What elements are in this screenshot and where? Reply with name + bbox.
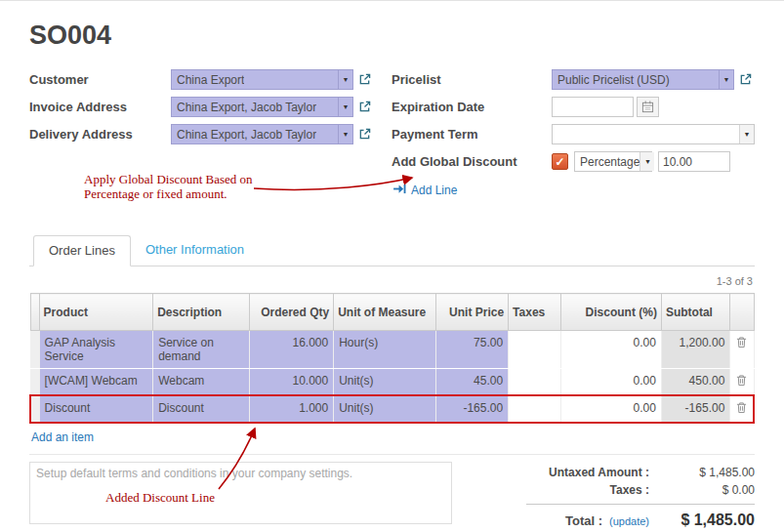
annotation-global-discount: Apply Global Discount Based on Percentag… [84, 172, 253, 202]
cell-ordered-qty[interactable]: 1.000 [249, 395, 333, 423]
cell-unit-price[interactable]: 75.00 [435, 331, 508, 369]
customer-field-row: Customer China Export ▼ [29, 68, 392, 91]
expiration-date-label: Expiration Date [392, 100, 552, 114]
delete-line-button[interactable] [730, 369, 754, 396]
trash-icon [736, 376, 747, 389]
cell-product[interactable]: Discount [39, 395, 153, 423]
chevron-down-icon: ▼ [338, 125, 352, 143]
header-product[interactable]: Product [39, 294, 153, 331]
order-line-row[interactable]: [WCAM] Webcam Webcam 10.000 Unit(s) 45.0… [30, 369, 754, 396]
header-subtotal[interactable]: Subtotal [661, 294, 729, 331]
pager-range: 1-3 of 3 [29, 275, 753, 287]
header-taxes[interactable]: Taxes [509, 294, 561, 331]
cell-subtotal: 1,200.00 [661, 331, 729, 369]
global-discount-field-row: Add Global Discount ✓ Percentage ▼ [392, 150, 755, 173]
cell-discount[interactable]: 0.00 [561, 395, 662, 423]
taxes-value: $ 0.00 [649, 483, 755, 497]
cell-taxes[interactable] [509, 331, 561, 369]
expiration-date-field-row: Expiration Date [392, 96, 755, 118]
untaxed-amount-row: Untaxed Amount : $ 1,485.00 [452, 466, 755, 479]
chevron-down-icon: ▼ [719, 70, 733, 89]
form-right-column: Pricelist Public Pricelist (USD) ▼ Expir… [392, 68, 755, 198]
cell-unit-of-measure[interactable]: Unit(s) [334, 369, 436, 396]
discount-type-select[interactable]: Percentage ▼ [574, 151, 652, 172]
invoice-address-field-row: Invoice Address China Export, Jacob Tayl… [29, 96, 392, 118]
cell-description[interactable]: Discount [153, 395, 250, 423]
list-footer: Add an item [29, 424, 755, 455]
trash-icon [736, 338, 747, 351]
total-label: Total : [565, 513, 602, 528]
cell-taxes[interactable] [509, 395, 561, 423]
cell-ordered-qty[interactable]: 10.000 [249, 369, 333, 396]
external-link-icon[interactable] [358, 128, 371, 141]
pricelist-field-row: Pricelist Public Pricelist (USD) ▼ [392, 68, 755, 91]
cell-subtotal: -165.00 [661, 395, 729, 423]
add-line-link[interactable]: Add Line [393, 184, 457, 197]
cell-description[interactable]: Webcam [153, 369, 250, 396]
table-header-row: Product Description Ordered Qty Unit of … [30, 294, 754, 331]
calendar-icon[interactable] [637, 97, 659, 117]
page-title: SO004 [29, 20, 755, 51]
order-lines-table: Product Description Ordered Qty Unit of … [29, 293, 755, 424]
cell-taxes[interactable] [509, 369, 561, 396]
delivery-address-label: Delivery Address [29, 127, 171, 142]
cell-unit-price[interactable]: -165.00 [435, 395, 508, 423]
untaxed-amount-value: $ 1,485.00 [649, 466, 755, 479]
cell-discount[interactable]: 0.00 [561, 369, 662, 396]
cell-product[interactable]: GAP Analysis Service [39, 331, 153, 369]
header-ordered-qty[interactable]: Ordered Qty [249, 294, 333, 331]
delivery-address-select[interactable]: China Export, Jacob Taylor ▼ [171, 124, 353, 144]
row-handle[interactable] [30, 331, 39, 369]
invoice-address-select[interactable]: China Export, Jacob Taylor ▼ [171, 97, 353, 117]
expiration-date-input[interactable] [552, 97, 634, 117]
tab-order-lines[interactable]: Order Lines [33, 235, 131, 266]
external-link-icon[interactable] [358, 101, 371, 113]
cell-unit-price[interactable]: 45.00 [435, 369, 508, 396]
terms-and-conditions-textarea[interactable] [29, 462, 452, 524]
header-actions [730, 294, 754, 331]
discount-amount-input[interactable] [658, 151, 730, 172]
header-gutter [30, 294, 39, 331]
untaxed-amount-label: Untaxed Amount : [549, 466, 649, 479]
cell-ordered-qty[interactable]: 16.000 [249, 331, 333, 369]
header-unit-of-measure[interactable]: Unit of Measure [334, 294, 436, 331]
external-link-icon[interactable] [739, 73, 752, 86]
pricelist-label: Pricelist [392, 72, 552, 87]
arrow-right-icon [393, 184, 406, 197]
chevron-down-icon: ▼ [338, 70, 352, 89]
add-an-item-link[interactable]: Add an item [31, 430, 94, 444]
update-total-link[interactable]: (update) [609, 515, 649, 527]
tab-other-information[interactable]: Other Information [131, 235, 259, 266]
cell-discount[interactable]: 0.00 [561, 331, 662, 369]
taxes-label: Taxes : [610, 483, 649, 497]
delete-line-button[interactable] [730, 395, 754, 423]
row-handle[interactable] [30, 395, 39, 423]
external-link-icon[interactable] [358, 73, 371, 86]
header-unit-price[interactable]: Unit Price [435, 294, 508, 331]
notebook-tabs: Order Lines Other Information [29, 235, 755, 266]
chevron-down-icon: ▼ [640, 152, 654, 171]
cell-description[interactable]: Service on demand [153, 331, 250, 369]
header-discount[interactable]: Discount (%) [561, 294, 662, 331]
delivery-address-field-row: Delivery Address China Export, Jacob Tay… [29, 123, 392, 145]
delete-line-button[interactable] [730, 331, 754, 369]
totals-divider [526, 504, 755, 505]
chevron-down-icon: ▼ [739, 125, 754, 143]
global-discount-checkbox[interactable]: ✓ [552, 153, 568, 170]
pricelist-select[interactable]: Public Pricelist (USD) ▼ [552, 69, 734, 90]
annotation-discount-line: Added Discount Line [105, 490, 215, 505]
cell-unit-of-measure[interactable]: Unit(s) [334, 395, 436, 423]
customer-select[interactable]: China Export ▼ [171, 69, 353, 90]
order-line-row-discount[interactable]: Discount Discount 1.000 Unit(s) -165.00 … [30, 395, 754, 423]
cell-subtotal: 450.00 [661, 369, 729, 396]
cell-unit-of-measure[interactable]: Hour(s) [334, 331, 436, 369]
payment-term-select[interactable]: ▼ [552, 124, 755, 144]
invoice-address-label: Invoice Address [29, 100, 171, 114]
row-handle[interactable] [30, 369, 39, 396]
header-description[interactable]: Description [153, 294, 250, 331]
payment-term-field-row: Payment Term ▼ [392, 123, 755, 145]
customer-label: Customer [29, 72, 171, 87]
cell-product[interactable]: [WCAM] Webcam [39, 369, 153, 396]
order-line-row[interactable]: GAP Analysis Service Service on demand 1… [30, 331, 754, 369]
taxes-row: Taxes : $ 0.00 [452, 483, 755, 497]
